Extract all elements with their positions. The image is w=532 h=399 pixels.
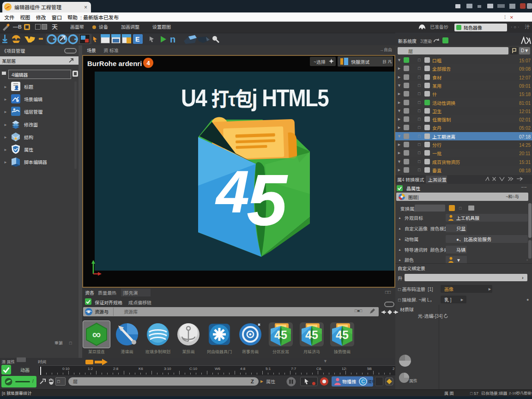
svg-text:∞: ∞ — [92, 325, 101, 342]
svg-text:5: 5 — [247, 159, 288, 240]
svg-text:45: 45 — [336, 328, 349, 341]
svg-text:45: 45 — [274, 328, 287, 341]
svg-text:C: C — [361, 378, 364, 385]
svg-text:4: 4 — [146, 58, 150, 67]
svg-text:45: 45 — [305, 328, 318, 341]
svg-text:4: 4 — [215, 158, 249, 225]
